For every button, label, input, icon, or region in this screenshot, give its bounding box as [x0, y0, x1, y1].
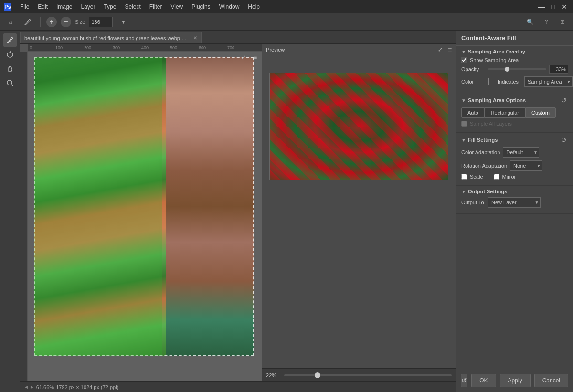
- sample-all-layers-checkbox[interactable]: [461, 121, 467, 127]
- minimize-button[interactable]: —: [537, 2, 546, 11]
- preview-pane: Preview ⤢ ≡ 22%: [262, 44, 456, 381]
- fill-reset-button[interactable]: ↺: [560, 136, 568, 144]
- apply-button[interactable]: Apply: [500, 374, 531, 387]
- rotation-adaptation-wrapper: None Low Medium High Full ▼: [510, 160, 542, 171]
- zoom-level: 61.66%: [36, 384, 54, 390]
- color-swatch[interactable]: [488, 78, 489, 85]
- color-adaptation-wrapper: None Default High Very High ▼: [503, 147, 539, 158]
- canvas-area: beautiful young woman bush of red flower…: [20, 31, 456, 392]
- output-to-label: Output To: [461, 200, 485, 205]
- close-button[interactable]: ✕: [560, 2, 569, 11]
- fill-settings-header[interactable]: ▼ Fill Settings ↺: [461, 136, 568, 144]
- indicates-select[interactable]: Sampling Area Excluded Area: [524, 76, 573, 87]
- layout-icon[interactable]: ⊞: [556, 15, 569, 29]
- ps-logo: Ps: [4, 3, 11, 11]
- toolbar-right: 🔍 ? ⊞: [523, 15, 569, 29]
- menu-layer[interactable]: Layer: [77, 2, 99, 11]
- fill-settings-section: ▼ Fill Settings ↺ Color Adaptation None …: [456, 133, 573, 186]
- brush-tool-option[interactable]: [21, 15, 34, 29]
- menu-file[interactable]: File: [16, 2, 33, 11]
- canvas-image: [34, 57, 254, 356]
- output-settings-arrow: ▼: [461, 189, 466, 194]
- section-collapse-arrow: ▼: [461, 49, 466, 54]
- size-input[interactable]: [89, 17, 113, 27]
- home-button[interactable]: ⌂: [4, 15, 17, 29]
- preview-label: Preview: [266, 47, 285, 53]
- sample-all-layers-label: Sample All Layers: [470, 121, 512, 127]
- title-bar-left: Ps File Edit Image Layer Type Select Fil…: [4, 2, 264, 11]
- opacity-slider[interactable]: [488, 68, 546, 70]
- ruler-horizontal: 0 100 200 300 400 500 600 700: [28, 44, 262, 52]
- sampling-reset-button[interactable]: ↺: [560, 96, 568, 105]
- color-row: Color Indicates Sampling Area Excluded A…: [461, 76, 568, 87]
- sampling-options-title: Sampling Area Options: [468, 97, 526, 103]
- zoom-slider[interactable]: [284, 374, 452, 376]
- output-to-select[interactable]: Current Layer New Layer Duplicate Layer: [488, 197, 541, 208]
- preview-image: [269, 73, 448, 180]
- subtract-button[interactable]: −: [61, 17, 71, 27]
- ruler-vertical: [20, 52, 28, 381]
- search-icon[interactable]: 🔍: [523, 15, 537, 29]
- sampling-options-header[interactable]: ▼ Sampling Area Options ↺: [461, 96, 568, 105]
- sampling-area-options-section: ▼ Sampling Area Options ↺ Auto Rectangul…: [456, 93, 573, 133]
- canvas-dimensions: 1792 px × 1024 px (72 ppi): [56, 384, 118, 390]
- nav-left[interactable]: ◄: [24, 384, 29, 390]
- opacity-slider-container: [488, 65, 568, 74]
- show-sampling-label: Show Sampling Area: [470, 57, 519, 63]
- left-tools-panel: [0, 31, 20, 392]
- canvas-pane-menu[interactable]: ≡: [251, 53, 259, 61]
- opacity-thumb: [505, 67, 509, 72]
- opacity-label: Opacity: [461, 66, 485, 72]
- main-area: beautiful young woman bush of red flower…: [0, 31, 573, 392]
- size-dropdown[interactable]: ▼: [117, 15, 130, 29]
- scale-mirror-row: Scale Mirror: [461, 174, 568, 180]
- brush-tool[interactable]: [3, 33, 17, 47]
- sample-all-layers-row: Sample All Layers: [461, 121, 568, 127]
- menu-edit[interactable]: Edit: [34, 2, 52, 11]
- scale-checkbox[interactable]: [461, 174, 467, 180]
- preview-pane-menu[interactable]: ≡: [446, 46, 454, 53]
- title-bar: Ps File Edit Image Layer Type Select Fil…: [0, 0, 573, 13]
- tab-bar: beautiful young woman bush of red flower…: [20, 31, 456, 44]
- mirror-checkbox[interactable]: [494, 174, 499, 180]
- menu-plugins[interactable]: Plugins: [188, 2, 214, 11]
- zoom-tool[interactable]: [3, 76, 17, 90]
- menu-help[interactable]: Help: [244, 2, 264, 11]
- menu-window[interactable]: Window: [215, 2, 244, 11]
- add-button[interactable]: +: [46, 17, 57, 27]
- cancel-button[interactable]: Cancel: [534, 374, 568, 387]
- lasso-tool[interactable]: [3, 48, 17, 61]
- expand-preview-button[interactable]: ⤢: [436, 46, 444, 53]
- nav-right[interactable]: ►: [30, 384, 34, 390]
- size-label: Size: [75, 19, 85, 25]
- menu-view[interactable]: View: [167, 2, 187, 11]
- custom-button[interactable]: Custom: [525, 107, 556, 118]
- maximize-button[interactable]: □: [548, 2, 558, 11]
- auto-button[interactable]: Auto: [461, 107, 485, 118]
- color-adaptation-select[interactable]: None Default High Very High: [503, 147, 539, 158]
- svg-line-3: [11, 85, 13, 86]
- rectangular-button[interactable]: Rectangular: [485, 107, 525, 118]
- doc-tab-title: beautiful young woman bush of red flower…: [24, 35, 191, 41]
- rotation-adaptation-select[interactable]: None Low Medium High Full: [510, 160, 542, 171]
- menu-type[interactable]: Type: [100, 2, 120, 11]
- document-tab[interactable]: beautiful young woman bush of red flower…: [20, 32, 202, 43]
- close-tab-button[interactable]: ✕: [193, 35, 197, 41]
- menu-filter[interactable]: Filter: [146, 2, 166, 11]
- show-sampling-row: Show Sampling Area: [461, 57, 568, 63]
- hand-tool[interactable]: [3, 62, 17, 75]
- ok-button[interactable]: OK: [471, 374, 496, 387]
- help-icon[interactable]: ?: [540, 15, 553, 29]
- options-toolbar: ⌂ + − Size ▼ 🔍 ? ⊞: [0, 13, 573, 31]
- menu-select[interactable]: Select: [121, 2, 144, 11]
- output-settings-header[interactable]: ▼ Output Settings: [461, 189, 568, 194]
- expand-canvas-button[interactable]: ⤢: [240, 53, 247, 61]
- window-controls: — □ ✕: [537, 2, 569, 11]
- sampling-overlay-header[interactable]: ▼ Sampling Area Overlay: [461, 49, 568, 54]
- opacity-value[interactable]: [549, 65, 568, 74]
- output-to-row: Output To Current Layer New Layer Duplic…: [461, 197, 568, 208]
- panel-reset-button[interactable]: ↺: [461, 374, 467, 387]
- show-sampling-checkbox[interactable]: [461, 57, 467, 63]
- menu-image[interactable]: Image: [53, 2, 76, 11]
- panel-spacer: [456, 214, 573, 369]
